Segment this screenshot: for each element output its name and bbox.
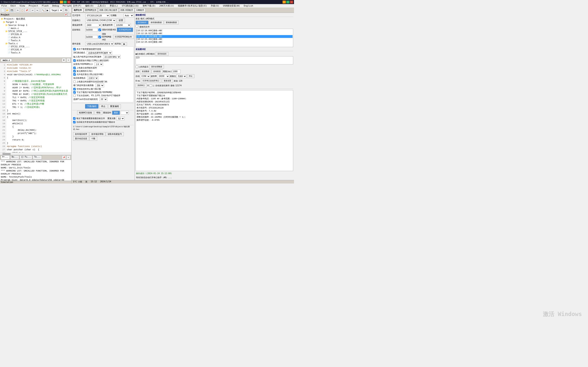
build-tab-pr[interactable]: Pr... <box>1 155 10 159</box>
period-input[interactable] <box>172 70 181 73</box>
min-baud-select[interactable]: 2400 <box>85 23 102 27</box>
project-pin-btn[interactable]: 📌 <box>64 13 67 16</box>
hw-type-select[interactable]: USB-Link1D/U8W/U8W-Mini板机 <box>85 42 114 46</box>
menu-file[interactable]: File <box>1 4 8 7</box>
right-menu-tools[interactable]: 工具(I) <box>97 4 107 7</box>
right-menu-download[interactable]: 资料下载(D) <box>142 4 156 7</box>
right-menu-program[interactable]: 编程(O) <box>85 4 94 7</box>
code-area[interactable]: #include <STC32G.H>#include <stdio.h>#in… <box>6 63 71 152</box>
right-menu-upgrade[interactable]: 升级(U) <box>210 4 220 7</box>
stop-btn[interactable]: 停止 <box>99 104 107 108</box>
stop-serial-btn[interactable]: 停止 <box>187 74 194 78</box>
left-max-btn[interactable]: □ <box>63 1 67 3</box>
menu-flash[interactable]: Flash <box>41 4 49 7</box>
clear-code-cb[interactable] <box>98 29 101 31</box>
tree-tools-c[interactable]: 📁 Tools.c <box>0 42 71 45</box>
right-menu-file[interactable]: 文件(F) <box>72 4 82 7</box>
right-close-btn[interactable]: × <box>290 1 293 3</box>
tree-stdio-h[interactable]: 📄 stdio.h <box>0 36 71 39</box>
stc-tab-eeprom[interactable]: EEPROM文件 <box>84 8 98 12</box>
clear-all-btn[interactable]: 清空全部数据 <box>149 65 164 69</box>
close-hint-cb[interactable] <box>136 66 138 68</box>
com-select[interactable]: COM3 <box>140 75 150 78</box>
clear-eeprom-cb[interactable] <box>98 36 101 38</box>
recv-to-file-cb[interactable] <box>136 25 138 27</box>
close-serial-btn[interactable]: 关闭串口 <box>136 83 147 87</box>
hw-more-btn[interactable]: ▶ <box>122 42 127 46</box>
clear-recv-btn[interactable]: 清空接收区 <box>136 21 148 25</box>
auto-send-data-btn[interactable]: 自动发送 <box>151 69 163 73</box>
pin-select[interactable]: Auto <box>123 14 134 17</box>
stc-tab-usb-hid[interactable]: USB-HID助手 <box>119 8 135 12</box>
editor-content[interactable]: 1234567891011121314151617181920212223242… <box>0 63 71 152</box>
build-tab-fu[interactable]: {} Fu... <box>20 155 32 159</box>
build-close-btn[interactable]: × <box>66 155 70 159</box>
tree-stc32g-h[interactable]: 📄 STC32G.H <box>0 33 71 36</box>
publish-btn[interactable]: 发布项目程序 <box>73 132 89 136</box>
open-serial-btn[interactable]: 打开串口自动开串口 <box>141 79 161 83</box>
right-min-btn[interactable]: − <box>283 1 286 3</box>
tree-stc32-stc8[interactable]: 📄 STC32_STC8_... <box>0 45 71 48</box>
menu-debug[interactable]: Debug <box>52 4 60 7</box>
tree-tools-h1[interactable]: 📄 Tools.h <box>0 39 71 42</box>
detect-mcu-btn[interactable]: 检测MCU选项 <box>77 111 94 115</box>
left-min-btn[interactable]: − <box>60 1 63 3</box>
send-data-btn[interactable]: 发送数据 <box>140 69 151 73</box>
tb-save[interactable]: 💾 <box>10 8 14 12</box>
menu-project[interactable]: Project <box>28 4 39 7</box>
eeprom-addr-input[interactable] <box>85 35 98 39</box>
clear-send-btn[interactable]: 清空发送区 <box>156 52 168 56</box>
tb-cut[interactable]: ✂ <box>16 8 20 12</box>
tb-p0[interactable]: P0 <box>63 8 69 12</box>
open-program-btn[interactable]: 打开程序文件 <box>117 28 133 32</box>
tb-run[interactable]: ▶ <box>45 8 50 12</box>
publish-help-btn[interactable]: 发布项目帮助 <box>89 132 105 136</box>
serial-settings-btn[interactable]: 设置 <box>117 18 125 22</box>
left-close-btn[interactable]: × <box>67 1 70 3</box>
menu-view[interactable]: View <box>19 4 26 7</box>
right-max-btn[interactable]: □ <box>286 1 290 3</box>
tree-source-group1[interactable]: 📁 Source Group 1 <box>0 24 71 27</box>
tb-undo[interactable]: ↩ <box>31 8 35 12</box>
editor-close-btn[interactable]: × <box>66 58 70 62</box>
build-tab-bo[interactable]: Bo... <box>10 155 19 159</box>
project-close-btn[interactable]: × <box>68 13 70 16</box>
tree-tools-h2[interactable]: 📄 Tools.h <box>0 51 71 54</box>
right-menu-video[interactable]: 视频教学/技术论坛/选型(E) <box>177 4 208 7</box>
tree-target1[interactable]: 📁 Target 1 <box>0 21 71 24</box>
serial-select[interactable]: USB-SERIAL CH340 (COM3) <box>85 18 116 22</box>
download-btn[interactable]: 下载/编程 <box>85 104 98 108</box>
tb-build[interactable]: 🔨 <box>41 8 45 12</box>
tb-new[interactable]: 📄 <box>1 8 5 12</box>
count-btn[interactable]: 十数 <box>89 137 97 141</box>
re-delay-btn[interactable]: 重新 <box>112 111 120 115</box>
build-pin-btn[interactable]: 📌 <box>62 155 66 159</box>
max-baud-select[interactable]: 115200 <box>114 23 131 27</box>
copy-recv-btn[interactable]: 复制接收数据 <box>164 21 179 25</box>
load-each-cb[interactable] <box>73 117 76 120</box>
dynamic-btn[interactable]: 显示动态信息 <box>73 137 89 141</box>
send-textarea[interactable]: 123 <box>136 56 293 64</box>
re-count-select[interactable]: 无限 <box>116 117 125 120</box>
stc-tab-can[interactable]: CAN助手 <box>135 8 145 12</box>
baud-rate-select[interactable]: 19200 <box>157 75 169 78</box>
editor-float-btn[interactable]: ⬆ <box>62 58 66 62</box>
tb-redo[interactable]: ↪ <box>35 8 39 12</box>
re-program-btn[interactable]: 重复编程 <box>108 104 121 108</box>
auto-end-cb[interactable] <box>149 84 152 87</box>
tree-main-c[interactable]: 📄 main.c <box>0 27 71 30</box>
chip-select[interactable]: STC32G12K128 <box>85 14 110 17</box>
right-menu-ui[interactable]: 界面(L) <box>109 4 119 7</box>
editor-tab-main-c[interactable]: main.c <box>1 59 12 62</box>
auto-send-cb[interactable] <box>73 121 76 123</box>
send-text-area[interactable]: 123 <box>136 56 293 64</box>
tree-project-root[interactable]: 📁 Project: 输出测试 <box>0 17 71 21</box>
tree-stc32-group[interactable]: 📁 STC32_STC8_... <box>0 30 71 33</box>
tb-target-select[interactable]: Target 1 <box>50 8 63 12</box>
tb-open[interactable]: 📂 <box>5 8 9 12</box>
stc-tab-usb-cdc[interactable]: USB-CDC/串口助手 <box>98 8 119 12</box>
tb-paste[interactable]: 📌 <box>25 8 29 12</box>
save-recv-btn[interactable]: 保存接收数据 <box>149 21 164 25</box>
re-delay-select[interactable] <box>121 111 129 115</box>
stc-tab-program[interactable]: 程序文件 <box>72 8 83 12</box>
